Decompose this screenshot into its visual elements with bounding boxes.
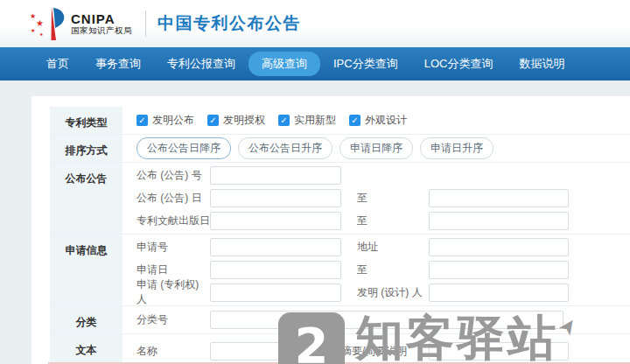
- advanced-search-form: 专利类型 ✓ 发明公布 ✓ 发明授权 ✓ 实用新型 ✓ 外观设计: [32, 96, 630, 364]
- checkbox-invention-grant[interactable]: ✓ 发明授权: [207, 113, 265, 128]
- title-input[interactable]: [210, 342, 306, 360]
- title-field-label: 名称: [136, 344, 210, 359]
- sort-pill-pubdate-desc[interactable]: 公布公告日降序: [136, 137, 231, 159]
- applicant-label: 申请 (专利权) 人: [136, 277, 210, 307]
- section-publication: 公布公告 公布 (公告) 号 公布 (公告) 日 至 专利文献出版日 至: [50, 163, 630, 234]
- checkbox-invention-publication[interactable]: ✓ 发明公布: [136, 113, 194, 128]
- abstract-label: 摘要/简要说明: [341, 344, 429, 359]
- pub-date-to-input[interactable]: [429, 189, 569, 207]
- section-label-classification: 分类: [50, 306, 122, 333]
- nav-item-loc-search[interactable]: LOC分类查询: [411, 52, 507, 76]
- checkbox-icon[interactable]: ✓: [136, 115, 148, 126]
- address-input[interactable]: [429, 238, 569, 256]
- app-date-to-input[interactable]: [429, 261, 569, 279]
- section-label-sort: 排序方式: [50, 135, 122, 162]
- inventor-label: 发明 (设计) 人: [357, 285, 429, 300]
- section-application: 申请信息 申请号 地址 申请日 至 申请 (专利权) 人 发明 (设计) 人: [50, 234, 630, 306]
- pub-date-from-input[interactable]: [210, 189, 341, 207]
- nav-item-gazette-search[interactable]: 专利公报查询: [154, 52, 248, 76]
- section-patent-type: 专利类型 ✓ 发明公布 ✓ 发明授权 ✓ 实用新型 ✓ 外观设计: [50, 107, 630, 135]
- logo-org-name: 国家知识产权局: [71, 26, 132, 35]
- inventor-input[interactable]: [429, 284, 569, 302]
- section-sort: 排序方式 公布公告日降序 公布公告日升序 申请日降序 申请日升序: [50, 135, 630, 163]
- app-date-from-input[interactable]: [210, 261, 341, 279]
- svg-text:★: ★: [39, 32, 44, 37]
- section-classification: 分类 分类号: [50, 306, 630, 334]
- checkbox-design[interactable]: ✓ 外观设计: [349, 113, 407, 128]
- section-label-application: 申请信息: [50, 234, 122, 305]
- checkbox-icon[interactable]: ✓: [278, 115, 290, 126]
- app-number-input[interactable]: [210, 238, 341, 256]
- checkbox-icon[interactable]: ✓: [349, 115, 360, 126]
- section-label-patent-type: 专利类型: [50, 107, 122, 134]
- checkbox-icon[interactable]: ✓: [207, 115, 219, 126]
- pub-date-label: 公布 (公告) 日: [136, 191, 210, 206]
- pub-date-to-label: 至: [357, 191, 429, 206]
- nav-item-data-notes[interactable]: 数据说明: [506, 52, 578, 76]
- abstract-input[interactable]: [429, 342, 569, 360]
- logo-acronym: CNIPA: [71, 12, 132, 27]
- svg-text:★: ★: [31, 28, 35, 33]
- doc-pub-date-from-input[interactable]: [210, 212, 341, 230]
- section-label-publication: 公布公告: [50, 163, 122, 234]
- sort-pill-pubdate-asc[interactable]: 公布公告日升序: [238, 137, 332, 159]
- pub-number-input[interactable]: [210, 166, 341, 185]
- sort-pill-appdate-desc[interactable]: 申请日降序: [340, 137, 413, 159]
- class-number-label: 分类号: [136, 312, 210, 327]
- cnipa-logo: ★ ★ ★ ★ CNIPA 国家知识产权局: [30, 5, 132, 42]
- app-date-to-label: 至: [357, 262, 429, 277]
- site-title: 中国专利公布公告: [158, 12, 301, 35]
- svg-text:★: ★: [36, 18, 44, 28]
- nav-item-home[interactable]: 首页: [33, 52, 82, 76]
- doc-pub-date-to-input[interactable]: [429, 212, 569, 230]
- nav-item-advanced-search[interactable]: 高级查询: [248, 52, 320, 76]
- cnipa-logo-text: CNIPA 国家知识产权局: [71, 12, 132, 36]
- app-date-label: 申请日: [136, 262, 210, 277]
- nav-item-transactions[interactable]: 事务查询: [82, 52, 154, 76]
- sort-pill-appdate-asc[interactable]: 申请日升序: [420, 137, 494, 159]
- section-label-text: 文本: [50, 334, 122, 364]
- doc-pub-date-to-label: 至: [357, 214, 429, 228]
- class-number-input[interactable]: [210, 311, 564, 329]
- applicant-input[interactable]: [210, 284, 341, 302]
- pub-number-label: 公布 (公告) 号: [136, 168, 210, 183]
- main-nav: 首页 事务查询 专利公报查询 高级查询 IPC分类查询 LOC分类查询 数据说明: [0, 47, 630, 80]
- address-label: 地址: [357, 240, 429, 255]
- doc-pub-date-label: 专利文献出版日: [136, 214, 210, 228]
- app-number-label: 申请号: [136, 240, 210, 255]
- section-text: 文本 名称 摘要/简要说明: [50, 334, 630, 364]
- nav-item-ipc-search[interactable]: IPC分类查询: [320, 52, 411, 76]
- cnipa-logo-icon: ★ ★ ★ ★: [30, 5, 68, 42]
- site-header: ★ ★ ★ ★ CNIPA 国家知识产权局 中国专利公布公告: [0, 0, 630, 47]
- checkbox-utility-model[interactable]: ✓ 实用新型: [278, 113, 336, 128]
- header-divider: [145, 10, 146, 37]
